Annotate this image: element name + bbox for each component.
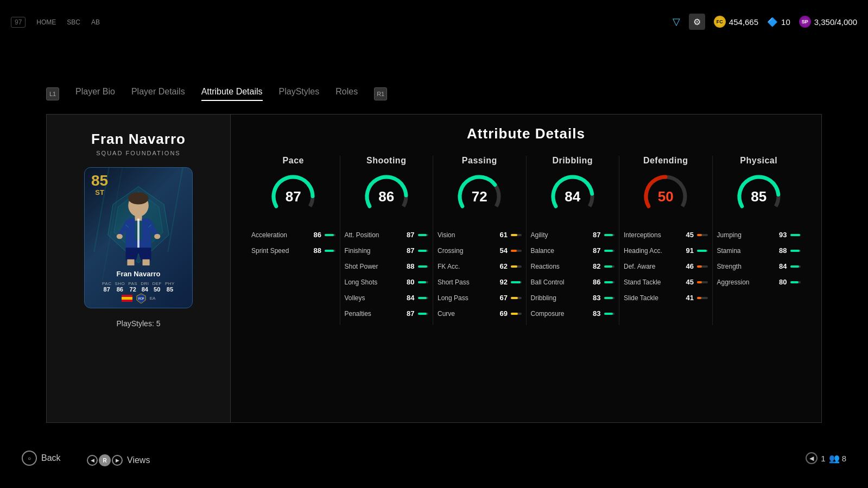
attr-row-3-0: Agility87 — [531, 231, 615, 239]
attr-row-4-3: Stand Tackle45 — [624, 278, 708, 286]
tab-badge-r1: R1 — [374, 87, 387, 100]
attr-bar-3-1 — [604, 250, 613, 252]
attr-row-1-1: Finishing87 — [345, 246, 429, 255]
attr-val-1-0: 87 — [400, 231, 415, 239]
attr-row-0-1: Sprint Speed88 — [251, 246, 335, 255]
attr-bar-wrap-2-1 — [511, 250, 522, 252]
tab-badge-l1: L1 — [46, 87, 59, 100]
attr-row-2-4: Long Pass67 — [438, 294, 522, 302]
nav-home[interactable]: 97 — [11, 17, 26, 26]
prev-arrow[interactable]: ◀ — [806, 452, 818, 464]
attr-col-header-0: Pace — [251, 156, 335, 166]
card-stat-dri: DRI 84 — [141, 281, 149, 293]
attr-row-4-1: Heading Acc.91 — [624, 246, 708, 255]
triangle-icon: ▽ — [673, 16, 680, 28]
svg-point-3 — [128, 192, 149, 205]
gauge-value-5: 85 — [751, 188, 766, 205]
attr-val-4-1: 91 — [679, 246, 694, 255]
gauge-value-0: 87 — [286, 188, 301, 205]
attr-bar-5-2 — [790, 265, 799, 268]
tab-roles[interactable]: Roles — [335, 87, 358, 101]
attr-bar-1-3 — [418, 281, 427, 283]
ea-badge: EA — [150, 296, 156, 301]
attr-col-dribbling: Dribbling 84Agility87Balance87Reactions8… — [527, 156, 620, 325]
shield-display: 🔷 10 — [767, 16, 790, 27]
gauge-value-2: 72 — [472, 188, 487, 205]
attr-bar-0-1 — [325, 250, 334, 252]
nav-home2[interactable]: HOME — [36, 17, 56, 26]
attr-name-4-4: Slide Tackle — [624, 294, 675, 302]
nav-ab[interactable]: AB — [91, 17, 100, 26]
player-subtitle: SQUAD FOUNDATIONS — [96, 150, 180, 156]
attr-col-header-1: Shooting — [345, 156, 429, 166]
attr-bar-1-5 — [418, 313, 427, 315]
attr-bar-wrap-2-5 — [511, 313, 522, 315]
tab-playstyles[interactable]: PlayStyles — [279, 87, 320, 101]
attr-val-3-3: 86 — [586, 278, 601, 286]
attr-row-2-5: Curve69 — [438, 309, 522, 318]
attr-name-1-2: Shot Power — [345, 263, 396, 270]
gauge-wrap-3: 84 — [531, 172, 615, 221]
attr-name-3-0: Agility — [531, 231, 582, 239]
attr-val-4-4: 41 — [679, 294, 694, 302]
attr-name-2-5: Curve — [438, 310, 489, 318]
attr-val-0-1: 88 — [306, 246, 321, 255]
views-button[interactable]: ◀ R ▶ Views — [87, 454, 150, 466]
attr-col-passing: Passing 72Vision61Crossing54FK Acc.62Sho… — [433, 156, 527, 325]
attr-name-3-3: Ball Control — [531, 278, 582, 286]
card-stat-def: DEF 50 — [152, 281, 162, 293]
attr-row-3-5: Composure83 — [531, 309, 615, 318]
sp-value: 3,350/4,000 — [814, 17, 857, 27]
main-content: Fran Navarro SQUAD FOUNDATIONS 85 ST — [46, 114, 822, 423]
coins-display: FC 454,665 — [714, 16, 758, 28]
attr-val-3-1: 87 — [586, 246, 601, 255]
back-button[interactable]: ○ Back — [22, 451, 61, 466]
attr-bar-wrap-2-2 — [511, 265, 522, 268]
card-player-image — [95, 184, 182, 265]
attr-bar-wrap-3-4 — [604, 297, 615, 299]
attr-bar-2-0 — [511, 234, 517, 236]
nav-sbc[interactable]: SBC — [67, 17, 80, 26]
attr-bar-wrap-4-0 — [697, 234, 708, 236]
attr-val-2-5: 69 — [492, 309, 508, 318]
coin-icon: FC — [714, 16, 726, 28]
attr-bar-wrap-1-3 — [418, 281, 429, 283]
attr-row-5-2: Strength84 — [717, 262, 801, 270]
player-card: 85 ST — [84, 167, 193, 308]
attr-bar-5-3 — [790, 281, 799, 283]
spain-flag — [122, 295, 132, 302]
attr-bar-3-3 — [604, 281, 613, 283]
top-right-currency: ▽ ⚙ FC 454,665 🔷 10 SP 3,350/4,000 — [673, 14, 857, 30]
attr-bar-wrap-1-2 — [418, 265, 429, 268]
attr-bar-wrap-2-3 — [511, 281, 522, 283]
tab-player-bio[interactable]: Player Bio — [75, 87, 115, 101]
attr-bar-5-1 — [790, 250, 800, 252]
page-number: 1 — [821, 454, 825, 463]
attr-name-4-1: Heading Acc. — [624, 247, 675, 255]
player-name: Fran Navarro — [91, 131, 186, 148]
gauge-wrap-2: 72 — [438, 172, 522, 221]
tab-attribute-details[interactable]: Attribute Details — [201, 87, 263, 101]
attr-bar-0-0 — [325, 234, 334, 236]
attr-val-3-2: 82 — [586, 262, 601, 270]
gauge-container-0: 87 — [269, 172, 318, 221]
attribute-details-title: Attribute Details — [247, 125, 805, 142]
attr-row-5-3: Aggression80 — [717, 278, 801, 286]
attr-col-physical: Physical 85Jumping93Stamina88Strength84A… — [713, 156, 806, 325]
attr-row-3-4: Dribbling83 — [531, 294, 615, 302]
attr-bar-2-5 — [511, 313, 518, 315]
attr-bar-2-1 — [511, 250, 517, 252]
attr-row-3-1: Balance87 — [531, 246, 615, 255]
attr-name-4-2: Def. Aware — [624, 263, 675, 270]
attr-val-1-4: 84 — [400, 294, 415, 302]
attr-val-0-0: 86 — [306, 231, 321, 239]
card-stats-row: PAC 87 SHO 86 PAS 72 DRI 84 DEF 50 — [102, 281, 175, 293]
gear-icon[interactable]: ⚙ — [689, 14, 705, 30]
attr-name-5-0: Jumping — [717, 231, 769, 239]
attr-bar-1-0 — [418, 234, 427, 236]
attr-bar-wrap-5-1 — [790, 250, 801, 252]
attr-val-4-2: 46 — [679, 262, 694, 270]
tab-player-details[interactable]: Player Details — [131, 87, 185, 101]
attr-bar-5-0 — [790, 234, 800, 236]
attr-bar-wrap-3-3 — [604, 281, 615, 283]
